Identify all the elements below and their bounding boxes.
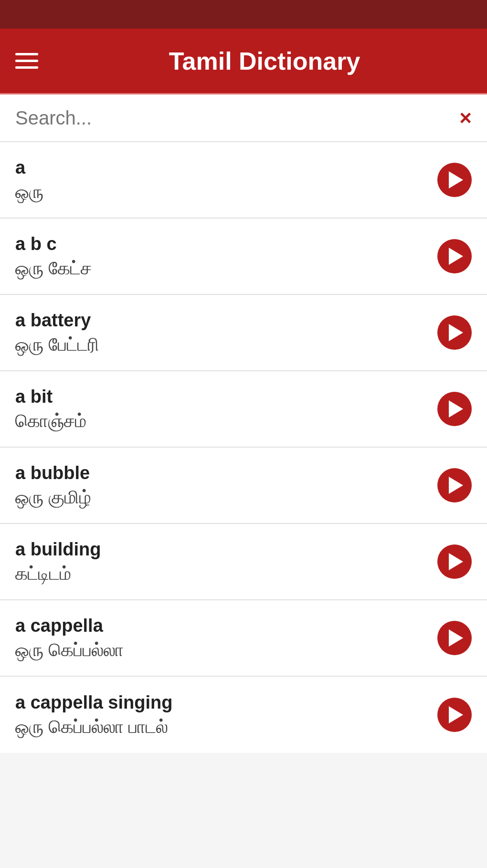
- play-pronunciation-button[interactable]: [437, 315, 472, 350]
- play-pronunciation-button[interactable]: [437, 621, 472, 655]
- word-list: aஒருa b cஒரு கேட்சa batteryஒரு பேட்டரிa …: [0, 142, 487, 753]
- play-pronunciation-button[interactable]: [437, 544, 472, 579]
- play-pronunciation-button[interactable]: [437, 698, 472, 732]
- word-english: a cappella: [15, 616, 428, 636]
- word-tamil: ஒரு பேட்டரி: [15, 335, 428, 356]
- word-tamil: ஒரு கெப்பல்லா பாடல்: [15, 717, 428, 738]
- word-english: a cappella singing: [15, 692, 428, 713]
- play-icon: [449, 171, 463, 188]
- play-icon: [449, 553, 463, 570]
- word-item: a batteryஒரு பேட்டரி: [0, 295, 487, 371]
- word-english: a battery: [15, 310, 428, 331]
- word-item: a bitகொஞ்சம்: [0, 371, 487, 448]
- word-item: a bubbleஒரு குமிழ்: [0, 448, 487, 524]
- word-item: a buildingகட்டிடம்: [0, 524, 487, 600]
- play-icon: [449, 477, 463, 494]
- play-icon: [449, 400, 463, 418]
- word-text: a bubbleஒரு குமிழ்: [15, 463, 428, 508]
- status-bar: [0, 0, 487, 29]
- word-english: a bubble: [15, 463, 428, 483]
- word-item: a cappella singingஒரு கெப்பல்லா பாடல்: [0, 677, 487, 753]
- word-item: a b cஒரு கேட்ச: [0, 219, 487, 295]
- word-text: a batteryஒரு பேட்டரி: [15, 310, 428, 356]
- word-text: a b cஒரு கேட்ச: [15, 234, 428, 279]
- word-tamil: ஒரு கேட்ச: [15, 258, 428, 279]
- hamburger-line-1: [15, 53, 38, 55]
- clear-search-icon[interactable]: ×: [459, 106, 472, 130]
- play-pronunciation-button[interactable]: [437, 392, 472, 426]
- play-pronunciation-button[interactable]: [437, 163, 472, 197]
- word-item: a cappellaஒரு கெப்பல்லா: [0, 600, 487, 677]
- app-title: Tamil Dictionary: [57, 47, 472, 75]
- word-text: a cappellaஒரு கெப்பல்லா: [15, 616, 428, 661]
- hamburger-line-2: [15, 60, 38, 62]
- word-tamil: ஒரு குமிழ்: [15, 487, 428, 508]
- play-pronunciation-button[interactable]: [437, 468, 472, 502]
- word-text: a buildingகட்டிடம்: [15, 539, 428, 585]
- play-icon: [449, 324, 463, 341]
- word-english: a b c: [15, 234, 428, 254]
- search-input[interactable]: [15, 107, 459, 129]
- word-text: a bitகொஞ்சம்: [15, 387, 428, 432]
- word-english: a: [15, 157, 428, 178]
- play-icon: [449, 706, 463, 723]
- hamburger-line-3: [15, 66, 38, 69]
- toolbar: Tamil Dictionary: [0, 29, 487, 93]
- play-icon: [449, 248, 463, 265]
- word-tamil: ஒரு: [15, 182, 428, 203]
- play-pronunciation-button[interactable]: [437, 239, 472, 273]
- word-tamil: கட்டிடம்: [15, 564, 428, 585]
- word-english: a building: [15, 539, 428, 560]
- play-icon: [449, 629, 463, 647]
- word-english: a bit: [15, 387, 428, 407]
- word-item: aஒரு: [0, 142, 487, 219]
- word-tamil: ஒரு கெப்பல்லா: [15, 640, 428, 661]
- word-tamil: கொஞ்சம்: [15, 411, 428, 432]
- word-text: a cappella singingஒரு கெப்பல்லா பாடல்: [15, 692, 428, 738]
- hamburger-menu-button[interactable]: [15, 53, 38, 69]
- word-text: aஒரு: [15, 157, 428, 203]
- search-bar: ×: [0, 94, 487, 142]
